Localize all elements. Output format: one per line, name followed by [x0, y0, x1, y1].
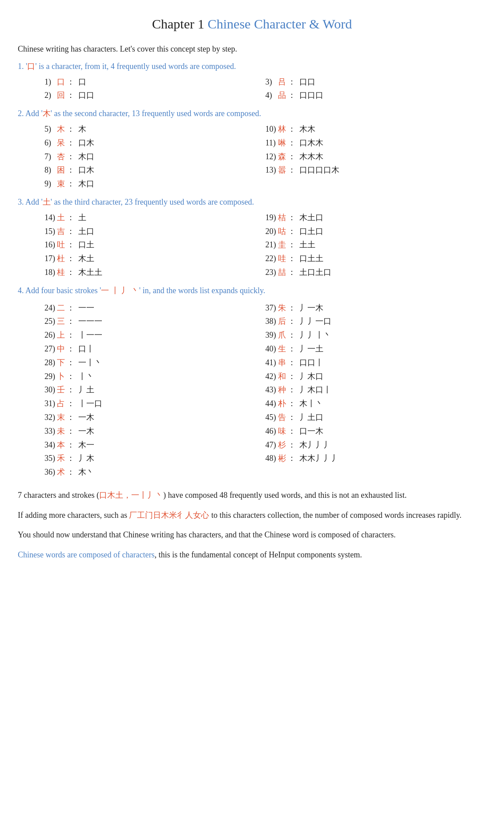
section1-wordlist: 1) 口： 口 2) 回： 口口 3) 吕： 口口 4) 品： 口口口	[44, 76, 486, 103]
section3-char: 土	[43, 198, 51, 206]
summary-p1-post: ) have composed 48 frequently used words…	[163, 491, 407, 500]
word-item-33: 33) 未： 一木	[44, 425, 266, 438]
word-item-6: 6) 呆： 口木	[44, 137, 266, 149]
word-item-31: 31) 占： 丨一口	[44, 397, 266, 410]
summary-p2-post: to this characters collection, the numbe…	[209, 511, 461, 520]
word-item-36: 36) 术： 木丶	[44, 466, 266, 479]
word-item-21: 21) 圭： 土土	[266, 238, 487, 251]
word-item-37: 37) 朱： 丿一木	[266, 302, 487, 315]
word-item-47: 47) 杉： 木丿丿丿	[266, 439, 487, 452]
section3-col1: 14) 土： 土 15) 吉： 土口 16) 吐： 口土 17) 杜： 木土 1…	[44, 211, 266, 280]
word-item-46: 46) 味： 口一木	[266, 425, 487, 438]
word-item-44: 44) 朴： 木丨丶	[266, 397, 487, 410]
word-item-28: 28) 下： 一丨丶	[44, 356, 266, 369]
word-item-10: 10) 林： 木木	[266, 123, 487, 136]
section1-header: 1. '口' is a character, from it, 4 freque…	[18, 60, 486, 73]
word-item-27: 27) 中： 口丨	[44, 343, 266, 355]
word-item-4: 4) 品： 口口口	[266, 89, 487, 102]
word-item-20: 20) 咕： 口土口	[266, 225, 487, 238]
summary-p3: You should now understand that Chinese w…	[18, 528, 486, 542]
word-item-26: 26) 上： 丨一一	[44, 329, 266, 342]
word-item-42: 42) 和： 丿木口	[266, 370, 487, 383]
word-item-17: 17) 杜： 木土	[44, 252, 266, 265]
word-item-7: 7) 杏： 木口	[44, 150, 266, 163]
section2-char: 木	[43, 109, 51, 118]
section2-wordlist: 5) 木： 木 6) 呆： 口木 7) 杏： 木口 8) 困： 口木 9) 束：…	[44, 123, 486, 191]
word-item-8: 8) 困： 口木	[44, 164, 266, 177]
summary-p1-chars: 口木土，一丨丿丶	[99, 491, 163, 500]
word-item-41: 41) 串： 口口丨	[266, 356, 487, 369]
summary-p4: Chinese words are composed of characters…	[18, 548, 486, 562]
word-item-19: 19) 桔： 木土口	[266, 211, 487, 224]
summary-p1-pre: 7 characters and strokes (	[18, 491, 99, 500]
summary-p4-post: , this is the fundamental concept of HeI…	[154, 550, 362, 559]
word-item-30: 30) 壬： 丿土	[44, 383, 266, 396]
word-item-18: 18) 桂： 木土土	[44, 266, 266, 279]
word-item-1: 1) 口： 口	[44, 76, 266, 89]
summary-p1: 7 characters and strokes (口木土，一丨丿丶) have…	[18, 488, 486, 502]
word-item-3: 3) 吕： 口口	[266, 76, 487, 89]
word-item-25: 25) 三： 一一一	[44, 315, 266, 328]
word-item-15: 15) 吉： 土口	[44, 225, 266, 238]
word-item-16: 16) 吐： 口土	[44, 238, 266, 251]
word-item-29: 29) 卜： 丨丶	[44, 370, 266, 383]
section3-col2: 19) 桔： 木土口 20) 咕： 口土口 21) 圭： 土土 22) 哇： 口…	[266, 211, 487, 280]
word-item-22: 22) 哇： 口土土	[266, 252, 487, 265]
section4-wordlist: 24) 二： 一一 25) 三： 一一一 26) 上： 丨一一 27) 中： 口…	[44, 302, 486, 480]
summary-p2-pre: If adding more characters, such as	[18, 511, 129, 520]
word-item-24: 24) 二： 一一	[44, 302, 266, 315]
word-item-43: 43) 种： 丿木口丨	[266, 383, 487, 396]
word-item-48: 48) 彬： 木木丿丿丿	[266, 452, 487, 465]
word-item-14: 14) 土： 土	[44, 211, 266, 224]
summary-p4-link[interactable]: Chinese words are composed of characters	[18, 550, 154, 559]
section4-header: 4. Add four basic strokes '一 丨 丿 丶' in, …	[18, 284, 486, 297]
section3-header: 3. Add '土' as the third character, 23 fr…	[18, 196, 486, 209]
title-prefix: Chapter 1	[152, 16, 208, 31]
section4-col2: 37) 朱： 丿一木 38) 后： 丿丿一口 39) 爪： 丿丿丨丶 40) 生…	[266, 302, 487, 480]
word-item-32: 32) 末： 一木	[44, 411, 266, 424]
word-item-13: 13) 嚣： 口口口口木	[266, 164, 487, 177]
section1-col2: 3) 吕： 口口 4) 品： 口口口	[266, 76, 487, 103]
summary-section: 7 characters and strokes (口木土，一丨丿丶) have…	[18, 488, 486, 561]
word-item-23: 23) 喆： 土口土口	[266, 266, 487, 279]
word-item-40: 40) 生： 丿一土	[266, 343, 487, 355]
word-item-9: 9) 束： 木口	[44, 178, 266, 190]
section2-col2: 10) 林： 木木 11) 啉： 口木木 12) 森： 木木木 13) 嚣： 口…	[266, 123, 487, 191]
summary-p2: If adding more characters, such as 厂工门日木…	[18, 508, 486, 522]
section2-col1: 5) 木： 木 6) 呆： 口木 7) 杏： 木口 8) 困： 口木 9) 束：…	[44, 123, 266, 191]
word-item-38: 38) 后： 丿丿一口	[266, 315, 487, 328]
section1-char: 口	[27, 62, 35, 71]
word-item-39: 39) 爪： 丿丿丨丶	[266, 329, 487, 342]
word-item-12: 12) 森： 木木木	[266, 150, 487, 163]
title-highlight: Chinese Character & Word	[208, 16, 352, 31]
word-item-11: 11) 啉： 口木木	[266, 137, 487, 149]
section2-header: 2. Add '木' as the second character, 13 f…	[18, 107, 486, 120]
intro-text: Chinese writing has characters. Let's co…	[18, 43, 486, 56]
word-item-2: 2) 回： 口口	[44, 89, 266, 102]
page-title: Chapter 1 Chinese Character & Word	[18, 13, 486, 35]
summary-p2-chars: 厂工门日木米彳人女心	[129, 511, 209, 520]
section3-wordlist: 14) 土： 土 15) 吉： 土口 16) 吐： 口土 17) 杜： 木土 1…	[44, 211, 486, 280]
section4-char: 一 丨 丿 丶	[101, 286, 139, 295]
section1-col1: 1) 口： 口 2) 回： 口口	[44, 76, 266, 103]
section4-col1: 24) 二： 一一 25) 三： 一一一 26) 上： 丨一一 27) 中： 口…	[44, 302, 266, 480]
word-item-35: 35) 禾： 丿木	[44, 452, 266, 465]
word-item-45: 45) 告： 丿土口	[266, 411, 487, 424]
word-item-34: 34) 本： 木一	[44, 439, 266, 452]
word-item-5: 5) 木： 木	[44, 123, 266, 136]
